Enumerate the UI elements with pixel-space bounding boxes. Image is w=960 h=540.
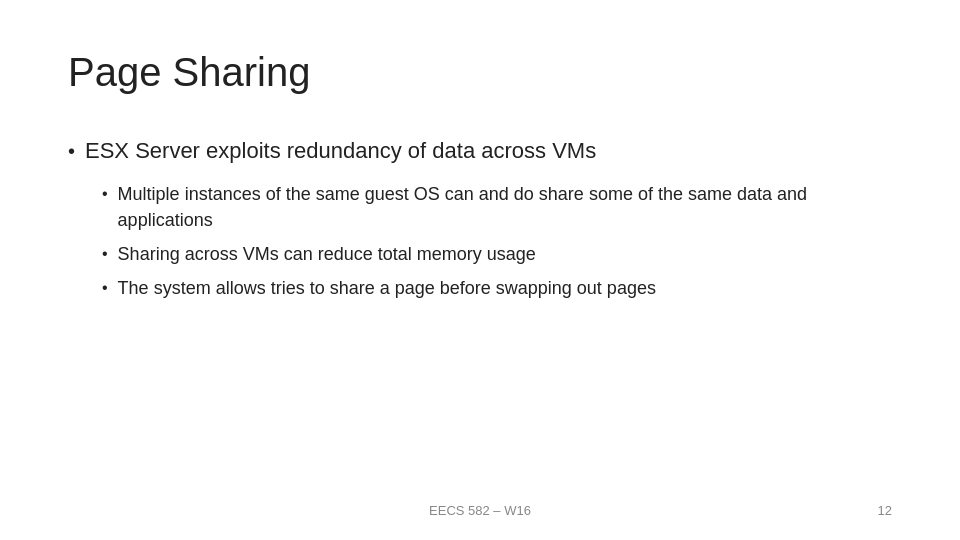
footer-page-number: 12 [878, 503, 892, 518]
bullet-1-3-dot: • [102, 275, 108, 301]
bullet-1-1-dot: • [102, 181, 108, 207]
slide-content: • ESX Server exploits redundancy of data… [68, 136, 892, 301]
slide-title: Page Sharing [68, 48, 892, 96]
slide-footer: EECS 582 – W16 12 [0, 503, 960, 518]
sub-bullets: • Multiple instances of the same guest O… [102, 181, 892, 301]
bullet-1-2: • Sharing across VMs can reduce total me… [102, 241, 892, 267]
footer-course: EECS 582 – W16 [0, 503, 960, 518]
bullet-1-3: • The system allows tries to share a pag… [102, 275, 892, 301]
bullet-1-2-text: Sharing across VMs can reduce total memo… [118, 241, 536, 267]
bullet-1-1-text: Multiple instances of the same guest OS … [118, 181, 892, 233]
bullet-1-3-text: The system allows tries to share a page … [118, 275, 656, 301]
bullet-1-2-dot: • [102, 241, 108, 267]
slide: Page Sharing • ESX Server exploits redun… [0, 0, 960, 540]
bullet-1: • ESX Server exploits redundancy of data… [68, 136, 892, 167]
bullet-1-text: ESX Server exploits redundancy of data a… [85, 136, 596, 167]
bullet-1-1: • Multiple instances of the same guest O… [102, 181, 892, 233]
bullet-1-dot: • [68, 136, 75, 166]
